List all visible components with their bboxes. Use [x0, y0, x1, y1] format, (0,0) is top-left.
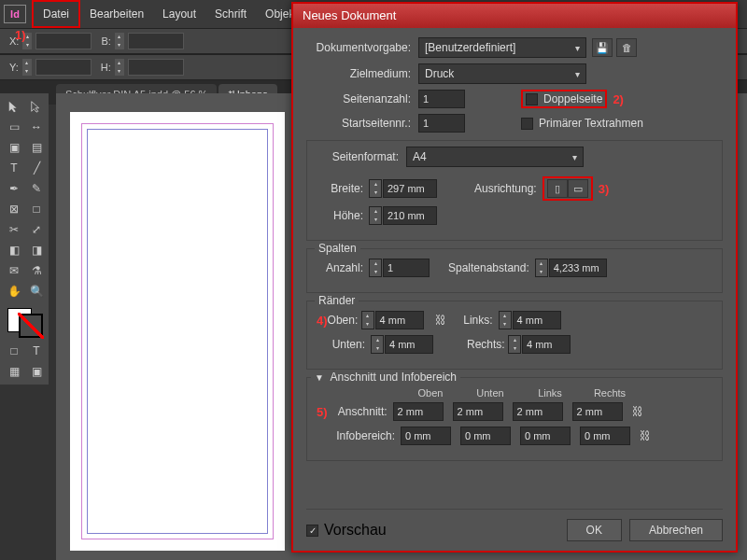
slug-link-icon[interactable]: ⛓ [638, 427, 653, 445]
margin-left-input[interactable]: 4 mm [513, 311, 561, 329]
width-input[interactable]: 297 mm [383, 179, 437, 198]
fill-stroke-swatch[interactable] [4, 306, 47, 340]
margin-bottom-spinner[interactable]: ▴▾ [371, 335, 384, 354]
margin-left-label: Links: [458, 314, 499, 327]
facing-checkbox[interactable] [526, 93, 538, 105]
pen-tool[interactable]: ✒ [4, 179, 24, 198]
pencil-tool[interactable]: ✎ [26, 179, 47, 198]
hand-tool[interactable]: ✋ [4, 282, 24, 301]
bleed-right-input[interactable]: 2 mm [572, 402, 623, 421]
height-label: Höhe: [317, 209, 369, 222]
margin-link-icon[interactable]: ⛓ [433, 311, 448, 329]
margin-bottom-input[interactable]: 4 mm [385, 335, 433, 354]
view-mode-preview[interactable]: ▣ [26, 362, 47, 381]
y-input[interactable] [35, 59, 92, 76]
pages-input[interactable]: 1 [418, 90, 465, 108]
margin-left-spinner[interactable]: ▴▾ [499, 311, 512, 329]
delete-preset-icon[interactable]: 🗑 [616, 38, 637, 57]
toolbox: ▭ ↔ ▣ ▤ T ╱ ✒ ✎ ⊠ □ ✂ ⤢ ◧ ◨ ✉ ⚗ ✋ 🔍 □ T … [0, 93, 49, 385]
menu-layout[interactable]: Layout [153, 2, 205, 26]
ok-button[interactable]: OK [567, 519, 622, 541]
gutter-label: Spaltenabstand: [448, 261, 529, 274]
margins-legend: Ränder [315, 294, 359, 307]
page-column-guide [87, 129, 268, 534]
gradient-swatch-tool[interactable]: ◧ [4, 241, 24, 259]
slug-left-input[interactable]: 0 mm [520, 427, 571, 445]
facing-label: Doppelseite [543, 92, 602, 105]
bleed-left-input[interactable]: 2 mm [513, 402, 563, 421]
zoom-tool[interactable]: 🔍 [26, 282, 47, 301]
bleed-hdr-right: Rechts [580, 387, 640, 399]
preview-label: Vorschau [324, 522, 387, 539]
pages-label: Seitenanzahl: [306, 92, 418, 105]
y-label: Y: [9, 62, 19, 73]
bleed-hdr-bottom: Unten [460, 387, 520, 399]
width-spinner[interactable]: ▴▾ [369, 179, 382, 198]
note-tool[interactable]: ✉ [4, 261, 24, 280]
line-tool[interactable]: ╱ [26, 159, 47, 177]
save-preset-icon[interactable]: 💾 [592, 38, 613, 57]
selection-tool[interactable] [4, 97, 24, 116]
free-transform-tool[interactable]: ⤢ [26, 220, 47, 239]
gap-tool[interactable]: ↔ [26, 118, 47, 136]
content-placer-tool[interactable]: ▤ [26, 138, 47, 157]
pageformat-legend: Seitenformat: [317, 150, 406, 163]
margin-top-spinner[interactable]: ▴▾ [361, 311, 374, 329]
menu-datei[interactable]: Datei [32, 0, 80, 28]
preset-dropdown[interactable]: [Benutzerdefiniert] [418, 37, 586, 58]
bleed-legend: Anschnitt und Infobereich [331, 371, 457, 384]
preview-checkbox[interactable]: ✓ [306, 525, 318, 537]
margin-right-label: Rechts: [467, 338, 508, 351]
w-input[interactable] [128, 33, 184, 49]
rectangle-tool[interactable]: □ [26, 200, 47, 218]
width-label: Breite: [317, 182, 369, 195]
height-spinner[interactable]: ▴▾ [369, 206, 382, 225]
bleed-disclosure-icon[interactable]: ▼ [315, 372, 324, 383]
direct-selection-tool[interactable] [26, 97, 47, 116]
bleed-link-icon[interactable]: ⛓ [630, 402, 645, 421]
rectangle-frame-tool[interactable]: ⊠ [4, 200, 24, 218]
page-tool[interactable]: ▭ [4, 118, 24, 136]
gutter-spinner[interactable]: ▴▾ [535, 259, 548, 277]
type-tool[interactable]: T [4, 159, 24, 177]
annotation-1: 1) [15, 28, 26, 42]
gradient-feather-tool[interactable]: ◨ [26, 241, 47, 259]
primarytext-checkbox[interactable] [521, 118, 533, 130]
eyedropper-tool[interactable]: ⚗ [26, 261, 47, 280]
slug-bottom-input[interactable]: 0 mm [460, 427, 511, 445]
h-input[interactable] [128, 59, 184, 76]
dialog-title: Neues Dokument [293, 4, 736, 28]
x-input[interactable] [35, 33, 92, 49]
slug-label: Infobereich: [317, 429, 401, 442]
gutter-input[interactable]: 4,233 mm [549, 259, 607, 277]
orientation-portrait-icon[interactable]: ▯ [547, 179, 568, 198]
apply-text-icon[interactable]: T [26, 342, 47, 360]
h-label: H: [101, 62, 111, 73]
menu-bearbeiten[interactable]: Bearbeiten [80, 2, 153, 26]
menu-schrift[interactable]: Schrift [205, 2, 256, 26]
view-mode-normal[interactable]: ▦ [4, 362, 24, 381]
apply-container-icon[interactable]: □ [4, 342, 24, 360]
intent-dropdown[interactable]: Druck [418, 63, 586, 84]
page [70, 112, 285, 551]
colcount-spinner[interactable]: ▴▾ [369, 259, 382, 277]
margin-top-input[interactable]: 4 mm [375, 311, 424, 329]
content-collector-tool[interactable]: ▣ [4, 138, 24, 157]
height-input[interactable]: 210 mm [383, 206, 437, 225]
scissors-tool[interactable]: ✂ [4, 220, 24, 239]
margin-right-input[interactable]: 4 mm [522, 335, 571, 354]
pageformat-group: Seitenformat: A4 Breite: ▴▾ 297 mm Ausri… [306, 140, 723, 241]
margin-right-spinner[interactable]: ▴▾ [508, 335, 521, 354]
slug-top-input[interactable]: 0 mm [401, 427, 451, 445]
annotation-4: 4) [317, 314, 328, 328]
colcount-input[interactable]: 1 [383, 259, 430, 277]
pagesize-dropdown[interactable]: A4 [406, 147, 584, 167]
cancel-button[interactable]: Abbrechen [629, 519, 723, 541]
slug-right-input[interactable]: 0 mm [580, 427, 630, 445]
preset-label: Dokumentvorgabe: [306, 41, 418, 54]
startpage-input[interactable]: 1 [418, 114, 465, 133]
orientation-landscape-icon[interactable]: ▭ [568, 179, 588, 198]
bleed-top-input[interactable]: 2 mm [393, 402, 444, 421]
orientation-label: Ausrichtung: [474, 182, 537, 195]
bleed-bottom-input[interactable]: 2 mm [453, 402, 503, 421]
